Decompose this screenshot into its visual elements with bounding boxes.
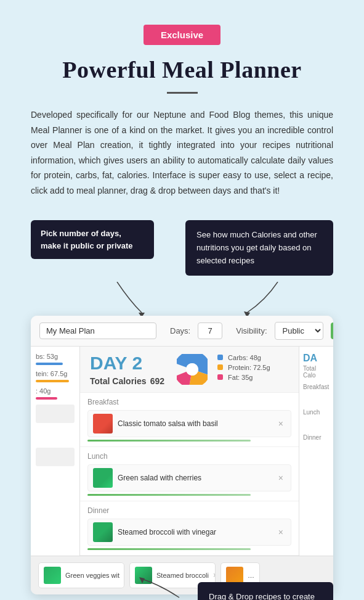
carbs-dot [217, 355, 223, 360]
dinner-progress-bar [87, 548, 251, 550]
svg-marker-1 [244, 311, 250, 316]
lunch-recipe-name: Green salad with cherries [118, 474, 271, 482]
callout-row: Pick number of days,make it public or pr… [31, 220, 333, 276]
bottom-callout-area: Drag & Drop recipes to create an ideal M… [31, 588, 333, 600]
breakfast-progress-bar [87, 440, 251, 442]
strip-recipe-name-2: … [248, 572, 254, 579]
legend-fat: Fat: 35g [217, 374, 270, 381]
visibility-label: Visibility: [236, 326, 267, 335]
protein-value: Protein: 72.5g [228, 364, 270, 371]
recipe-placeholder-1 [36, 405, 75, 423]
dinner-label: Dinner [87, 506, 291, 515]
days-input[interactable] [198, 323, 222, 339]
nutrition-pie-chart [177, 354, 208, 385]
planner-mockup: Days: Visibility: Public Private Save bs… [31, 316, 333, 594]
day-calories: Total Calories 692 [90, 376, 164, 386]
title-divider [167, 92, 198, 94]
breakfast-section: Breakfast Classic tomato salsa with basi… [80, 393, 299, 447]
arrow-right [229, 282, 315, 316]
day-title-block: DAY 2 Total Calories 692 [90, 354, 164, 386]
fat-dot [217, 374, 223, 380]
lunch-recipe-item: Green salad with cherries × [87, 464, 291, 491]
dinner-recipe-close[interactable]: × [276, 527, 286, 537]
partial-right-breakfast: Breakfast [303, 384, 330, 390]
lunch-recipe-close[interactable]: × [276, 473, 286, 483]
legend-protein: Protein: 72.5g [217, 364, 270, 371]
lunch-progress-bar [87, 494, 251, 496]
arrows-area [31, 282, 333, 316]
meal-plan-name-input[interactable] [39, 323, 156, 339]
dinner-recipe-item: Steamed broccoli with vinegar × [87, 519, 291, 546]
nutrient-fat-partial: : 40g [36, 387, 75, 395]
breakfast-recipe-name: Classic tomato salsa with basil [118, 419, 271, 428]
strip-recipe-0[interactable]: Green veggies wit × [38, 562, 124, 588]
calories-value: 692 [150, 376, 164, 386]
callout-right: See how much Calories and other nutritio… [185, 220, 333, 276]
lunch-section: Lunch Green salad with cherries × [80, 447, 299, 501]
days-label: Days: [170, 326, 190, 335]
day-main-card: DAY 2 Total Calories 692 [80, 347, 299, 556]
fat-value: Fat: 35g [228, 374, 253, 381]
callout-left: Pick number of days,make it public or pr… [31, 220, 154, 259]
day-partial-left: bs: 53g tein: 67.5g : 40g [31, 347, 80, 556]
arrow-left [80, 282, 166, 316]
arrow-bottom-left [136, 576, 185, 600]
nutrient-carbs-partial: bs: 53g [36, 353, 75, 360]
day-number: DAY 2 [90, 354, 164, 372]
svg-marker-0 [139, 313, 145, 316]
page-description: Developed specifically for our Neptune a… [31, 107, 333, 198]
day-partial-right: DA Total Calo Breakfast Lunch Dinner [299, 347, 333, 556]
dinner-recipe-name: Steamed broccoli with vinegar [118, 528, 271, 536]
carbs-bar-partial [36, 363, 63, 365]
strip-recipe-name-0: Green veggies wit [65, 572, 119, 579]
carbs-value: Carbs: 48g [228, 354, 261, 361]
callout-bottom: Drag & Drop recipes to create an ideal M… [198, 582, 333, 600]
protein-dot [217, 364, 223, 370]
callout-right-text: See how much Calories and other nutritio… [196, 230, 317, 265]
breakfast-recipe-thumb [93, 414, 113, 434]
callout-left-text: Pick number of days,make it public or pr… [41, 229, 133, 250]
day-header: DAY 2 Total Calories 692 [80, 347, 299, 393]
dinner-recipe-thumb [93, 522, 113, 542]
nutrient-protein-partial: tein: 67.5g [36, 370, 75, 377]
strip-recipe-close-1[interactable]: × [213, 571, 216, 580]
strip-recipe-close-0[interactable]: × [124, 571, 124, 580]
svg-point-5 [186, 363, 198, 376]
protein-bar-partial [36, 380, 69, 382]
planner-topbar: Days: Visibility: Public Private Save [31, 316, 333, 347]
lunch-label: Lunch [87, 452, 291, 461]
breakfast-recipe-close[interactable]: × [276, 419, 286, 429]
page-title: Powerful Meal Planner [62, 56, 301, 83]
breakfast-label: Breakfast [87, 398, 291, 406]
breakfast-recipe-item: Classic tomato salsa with basil × [87, 410, 291, 437]
fat-bar-partial [36, 397, 57, 400]
partial-right-dinner: Dinner [303, 434, 330, 441]
callout-bottom-text: Drag & Drop recipes to create an ideal M… [209, 592, 315, 600]
save-button[interactable]: Save [331, 323, 333, 339]
days-row: bs: 53g tein: 67.5g : 40g DAY 2 Total Ca… [31, 347, 333, 556]
legend-carbs: Carbs: 48g [217, 354, 270, 361]
strip-recipe-thumb-0 [44, 567, 61, 584]
lunch-recipe-thumb [93, 468, 113, 488]
svg-marker-6 [139, 577, 145, 583]
recipe-placeholder-2 [36, 448, 75, 466]
strip-recipe-thumb-2 [226, 567, 243, 584]
partial-right-title: DA [303, 353, 330, 364]
partial-right-calo: Total Calo [303, 365, 330, 379]
calories-label: Total Calories [90, 376, 147, 386]
partial-right-lunch: Lunch [303, 409, 330, 416]
visibility-select[interactable]: Public Private [275, 322, 323, 340]
nutrient-legends: Carbs: 48g Protein: 72.5g Fat: 35g [217, 354, 270, 381]
dinner-section: Dinner Steamed broccoli with vinegar × [80, 501, 299, 556]
exclusive-badge: Exclusive [144, 25, 220, 45]
